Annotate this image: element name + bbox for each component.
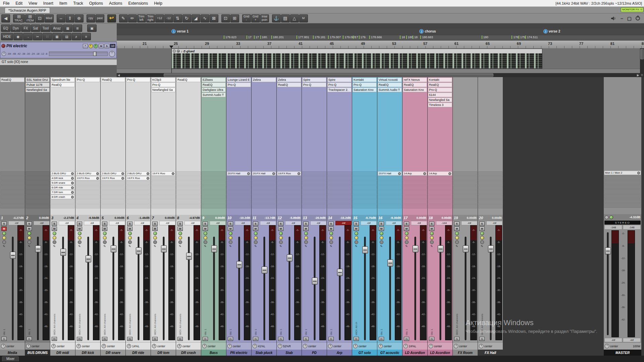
menu-file[interactable]: File xyxy=(0,0,12,6)
empty-send-slot[interactable] xyxy=(76,204,100,208)
fx-knob-icon[interactable] xyxy=(254,236,258,240)
arrange-view[interactable]: ○ H ♪ E-glued ◀ ▶ + xyxy=(117,48,644,77)
empty-send-slot[interactable] xyxy=(277,190,301,194)
meter-readout[interactable]: -inf xyxy=(184,221,201,225)
fx-insert[interactable]: Summit Audio T xyxy=(378,87,402,92)
track-volume-db[interactable]: 0.00dB xyxy=(39,216,49,220)
menu-extensions[interactable]: Extensions xyxy=(125,0,151,6)
solo-button[interactable]: S xyxy=(278,222,283,226)
fader-handle[interactable] xyxy=(111,245,116,252)
menu-track[interactable]: Track xyxy=(70,0,86,6)
empty-send-slot[interactable] xyxy=(126,181,150,185)
send-slot[interactable]: 2:BUS DRU xyxy=(101,171,125,176)
fx-knob-icon[interactable] xyxy=(2,236,6,240)
empty-send-slot[interactable] xyxy=(353,199,377,204)
monitor-fx-badge[interactable]: MONITOR FX: 0 xyxy=(621,7,643,12)
empty-send-slot[interactable] xyxy=(604,199,641,203)
fx-knob-icon[interactable] xyxy=(153,236,157,240)
solo-button[interactable]: S xyxy=(354,222,359,226)
input-button[interactable]: IN xyxy=(26,337,32,341)
envelope-icon[interactable]: ✎ xyxy=(330,245,332,248)
phase-icon[interactable] xyxy=(178,240,182,244)
empty-send-slot[interactable] xyxy=(327,185,352,190)
fx-insert[interactable]: SSL Native Drui xyxy=(25,77,50,82)
solo-button[interactable]: S xyxy=(77,222,82,226)
empty-send-slot[interactable] xyxy=(151,199,175,204)
hscroll-handle[interactable] xyxy=(164,73,493,77)
empty-send-slot[interactable] xyxy=(302,204,326,208)
tempo-marker[interactable]: 17 xyxy=(353,36,358,39)
mute-button[interactable]: M xyxy=(379,227,384,231)
empty-send-slot[interactable] xyxy=(277,204,301,208)
monitor-icon[interactable] xyxy=(153,232,157,235)
empty-send-slot[interactable] xyxy=(227,190,251,194)
empty-send-slot[interactable] xyxy=(252,181,276,185)
empty-send-slot[interactable] xyxy=(76,199,100,204)
track-name[interactable]: DR midi xyxy=(50,350,75,356)
empty-send-slot[interactable] xyxy=(302,199,326,204)
mute-button[interactable]: M xyxy=(152,227,158,231)
master-width-value[interactable]: 100W xyxy=(633,345,640,348)
meter-readout[interactable]: -inf xyxy=(461,221,477,225)
phase-icon[interactable] xyxy=(53,240,56,244)
solo-button[interactable]: S xyxy=(479,222,485,226)
pan-value[interactable]: center xyxy=(308,345,316,348)
fader-handle[interactable] xyxy=(413,245,418,252)
empty-send-slot[interactable] xyxy=(378,199,402,204)
meter-readout[interactable]: -inf xyxy=(159,221,175,225)
empty-send-slot[interactable] xyxy=(403,204,427,208)
fx-knob-icon[interactable] xyxy=(53,236,56,240)
envelope-icon[interactable]: ✎ xyxy=(305,245,307,248)
monitor-icon[interactable] xyxy=(28,232,31,235)
fx-knob-icon[interactable] xyxy=(279,236,283,240)
mixer-strip[interactable]: EZbassReaEQDarkglass UltraSummit Audio T… xyxy=(201,77,226,356)
envelope-icon[interactable]: ✎ xyxy=(103,245,106,248)
phase-icon[interactable] xyxy=(304,240,308,244)
sat-button[interactable]: Sat xyxy=(31,24,40,32)
empty-send-slot[interactable] xyxy=(76,181,100,185)
fx-knob-icon[interactable] xyxy=(204,236,207,240)
empty-send-slot[interactable] xyxy=(353,176,377,180)
empty-send-slot[interactable] xyxy=(176,176,201,180)
envelope-icon[interactable]: ✎ xyxy=(355,245,358,248)
fx-insert[interactable]: Darkglass Ultra xyxy=(202,87,226,92)
empty-send-slot[interactable] xyxy=(378,190,402,194)
empty-send-slot[interactable] xyxy=(126,190,150,194)
volume-fader[interactable] xyxy=(188,237,190,340)
group-track-button[interactable]: ⊞TRAC. xyxy=(13,14,25,22)
monitor-icon[interactable] xyxy=(304,232,308,235)
empty-send-slot[interactable] xyxy=(202,190,226,194)
phase-icon[interactable] xyxy=(355,240,358,244)
mixer-strip[interactable]: Pro-Q2:BUS DRU19:FX Roo6-1.46dBSM✎MIDI: … xyxy=(126,77,151,356)
fx-knob-icon[interactable] xyxy=(430,236,434,240)
empty-send-slot[interactable] xyxy=(478,185,502,190)
empty-send-slot[interactable] xyxy=(378,176,402,180)
speaker-icon[interactable] xyxy=(611,16,616,20)
fader-handle[interactable] xyxy=(312,278,318,285)
tempo-marker[interactable]: 179. xyxy=(359,36,367,39)
fader-handle[interactable] xyxy=(387,259,393,266)
empty-send-slot[interactable] xyxy=(126,199,150,204)
grid-minus-button[interactable]: Grid - xyxy=(242,14,251,22)
empty-send-slot[interactable] xyxy=(25,195,50,199)
empty-send-slot[interactable] xyxy=(176,171,201,176)
track-name[interactable]: LD Acordion xyxy=(402,350,427,356)
grid-plus-button[interactable]: Grid + xyxy=(251,14,260,22)
master-mono-icon[interactable] xyxy=(605,216,608,219)
zoom-tool-button[interactable]: ⇕ xyxy=(66,14,74,22)
menu-insert[interactable]: Insert xyxy=(40,0,56,6)
eq-button[interactable]: EQ xyxy=(1,24,10,32)
empty-send-slot[interactable] xyxy=(202,195,226,199)
mixer-strip[interactable]: Virtual AcoustiReaEQSummit Audio T20:FX … xyxy=(377,77,402,356)
fx-insert[interactable]: Pro-Q xyxy=(327,82,352,87)
fx-insert[interactable]: Trackspacer 2. xyxy=(327,87,352,92)
tcp-track-name[interactable]: PN electric xyxy=(6,44,27,48)
envelope-icon[interactable]: ✎ xyxy=(28,245,31,248)
empty-send-slot[interactable] xyxy=(25,171,50,176)
empty-send-slot[interactable] xyxy=(0,176,24,180)
empty-send-slot[interactable] xyxy=(151,181,175,185)
meter-readout[interactable]: -inf xyxy=(285,221,301,225)
track-volume-db[interactable]: -2.27dB xyxy=(63,216,74,220)
envelope-icon[interactable]: ✎ xyxy=(279,245,282,248)
fader-handle[interactable] xyxy=(186,253,192,260)
